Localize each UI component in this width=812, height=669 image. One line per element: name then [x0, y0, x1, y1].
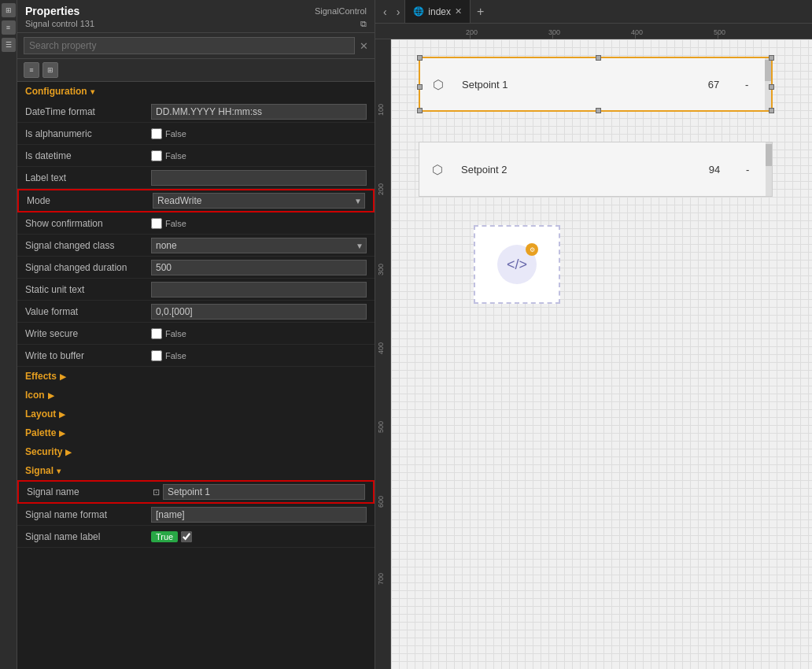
signal-name-format-input[interactable] [151, 507, 367, 523]
signal-name-input[interactable] [163, 484, 365, 500]
setpoint2-row[interactable]: ⬡ Setpoint 2 94 - [419, 142, 773, 197]
setpoint2-value: 94 [683, 161, 746, 179]
alphanumeric-checkbox[interactable] [151, 128, 162, 139]
app-sidebar: ⊞ ≡ ☰ [0, 0, 17, 669]
section-signal[interactable]: Signal ▾ [17, 461, 375, 480]
icon-label: Icon [25, 390, 45, 401]
prop-signal-changed-duration: Signal changed duration [17, 257, 375, 279]
properties-panel: Properties SignalControl Signal control … [17, 0, 375, 669]
ruler-v-500: 500 [377, 421, 385, 433]
setpoint1-icon: ⬡ [433, 77, 444, 92]
mode-select[interactable]: ReadWrite ReadOnly WriteOnly [153, 193, 365, 209]
ruler-v-400: 400 [377, 342, 385, 354]
list-view-button[interactable]: ≡ [24, 62, 39, 78]
palette-arrow: ▶ [59, 429, 65, 438]
show-confirmation-checkbox[interactable] [151, 218, 162, 229]
prop-value-format: Value format [17, 301, 375, 323]
section-layout[interactable]: Layout ▶ [17, 405, 375, 423]
tab-add-button[interactable]: + [471, 5, 490, 19]
setpoint1-scrollbar-thumb [765, 60, 771, 80]
tab-nav-back[interactable]: ‹ [378, 2, 392, 21]
ruler-tick-500 [718, 33, 718, 39]
show-confirmation-value: False [165, 219, 186, 228]
datetime-format-input[interactable] [151, 104, 367, 120]
configuration-label: Configuration [25, 86, 87, 97]
ruler-tick-400 [635, 33, 636, 39]
prop-show-confirmation: Show confirmation False [17, 213, 375, 235]
write-buffer-value: False [165, 351, 186, 360]
prop-label-signal-name: Signal name [27, 486, 153, 497]
tab-index-label: index [428, 6, 451, 17]
configuration-arrow: ▾ [90, 87, 94, 96]
setpoint2-name: Setpoint 2 [455, 161, 683, 179]
view-icons-bar: ≡ ⊞ [17, 59, 375, 82]
ruler-mark-200: 200 [466, 28, 478, 36]
handle-mr-1 [769, 84, 774, 90]
handle-bm-1 [596, 108, 601, 113]
ruler-mark-300: 300 [548, 28, 560, 36]
signal-name-label-checkbox[interactable] [181, 531, 192, 542]
section-security[interactable]: Security ▶ [17, 442, 375, 461]
handle-tr-1 [769, 55, 774, 61]
prop-label-labeltext: Label text [25, 172, 151, 183]
tab-index-icon: 🌐 [413, 6, 424, 17]
write-secure-checkbox[interactable] [151, 328, 162, 339]
prop-label-signal-duration: Signal changed duration [25, 262, 151, 273]
card-view-button[interactable]: ⊞ [42, 62, 58, 78]
search-bar: ✕ [17, 33, 375, 59]
section-palette[interactable]: Palette ▶ [17, 423, 375, 442]
properties-header: Properties SignalControl Signal control … [17, 0, 375, 33]
script-placeholder: </> ⚙ [474, 225, 560, 304]
sidebar-icon-layers[interactable]: ≡ [2, 20, 16, 35]
ruler-mark-500: 500 [714, 28, 725, 36]
signal-changed-class-select[interactable]: none [151, 238, 367, 253]
section-configuration[interactable]: Configuration ▾ [17, 82, 375, 101]
section-effects[interactable]: Effects ▶ [17, 367, 375, 386]
search-input[interactable] [24, 37, 355, 54]
static-unit-text-input[interactable] [151, 282, 367, 298]
tab-index[interactable]: 🌐 index ✕ [404, 0, 471, 23]
copy-icon[interactable]: ⧉ [360, 19, 367, 29]
write-secure-value: False [165, 329, 186, 338]
setpoint1-row[interactable]: ⬡ Setpoint 1 67 - [419, 57, 773, 112]
handle-ml-1 [417, 84, 423, 90]
prop-mode: Mode ReadWrite ReadOnly WriteOnly ▼ [17, 189, 375, 213]
palette-label: Palette [25, 427, 56, 438]
ruler-v-100: 100 [377, 104, 385, 116]
prop-label-show-confirmation: Show confirmation [25, 218, 151, 229]
setpoint1-icon-area: ⬡ [420, 77, 456, 92]
setpoint2-scrollbar-thumb [766, 144, 772, 165]
write-buffer-checkbox[interactable] [151, 350, 162, 361]
canvas-body: 100 200 300 400 500 600 700 [375, 39, 812, 669]
prop-label-signal-name-label: Signal name label [25, 531, 151, 542]
value-format-input[interactable] [151, 304, 367, 320]
canvas-area: ‹ › 🌐 index ✕ + 200 300 400 500 [375, 0, 812, 669]
sidebar-icon-grid[interactable]: ⊞ [2, 3, 16, 17]
setpoint1-value: 67 [682, 76, 745, 94]
tab-close-icon[interactable]: ✕ [455, 6, 462, 17]
signal-changed-duration-input[interactable] [151, 260, 367, 275]
is-datetime-value: False [165, 151, 186, 161]
prop-label-alphanumeric: Is alphanumeric [25, 128, 151, 139]
properties-title: Properties [25, 5, 79, 17]
ruler-tick-300 [552, 33, 553, 39]
search-clear-icon[interactable]: ✕ [360, 40, 368, 52]
tab-bar: ‹ › 🌐 index ✕ + [375, 0, 812, 24]
is-datetime-checkbox[interactable] [151, 150, 162, 161]
sidebar-icon-list[interactable]: ☰ [2, 38, 16, 52]
canvas-inner: ⬡ Setpoint 1 67 - ⬡ Setp [391, 39, 812, 669]
label-text-input[interactable] [151, 170, 367, 186]
canvas-scroll[interactable]: ⬡ Setpoint 1 67 - ⬡ Setp [391, 39, 812, 669]
signal-name-icon: ⊡ [153, 487, 160, 497]
prop-is-alphanumeric: Is alphanumeric False [17, 123, 375, 145]
signal-label: Signal [25, 465, 54, 476]
security-label: Security [25, 446, 62, 457]
properties-source: SignalControl [315, 6, 367, 16]
handle-br-1 [769, 108, 774, 113]
tab-nav-forward[interactable]: › [392, 2, 405, 21]
ruler-left: 100 200 300 400 500 600 700 [375, 39, 391, 669]
ruler-v-600: 600 [377, 496, 385, 508]
section-icon[interactable]: Icon ▶ [17, 386, 375, 405]
prop-label-signal-format: Signal name format [25, 509, 151, 520]
effects-arrow: ▶ [60, 372, 66, 381]
